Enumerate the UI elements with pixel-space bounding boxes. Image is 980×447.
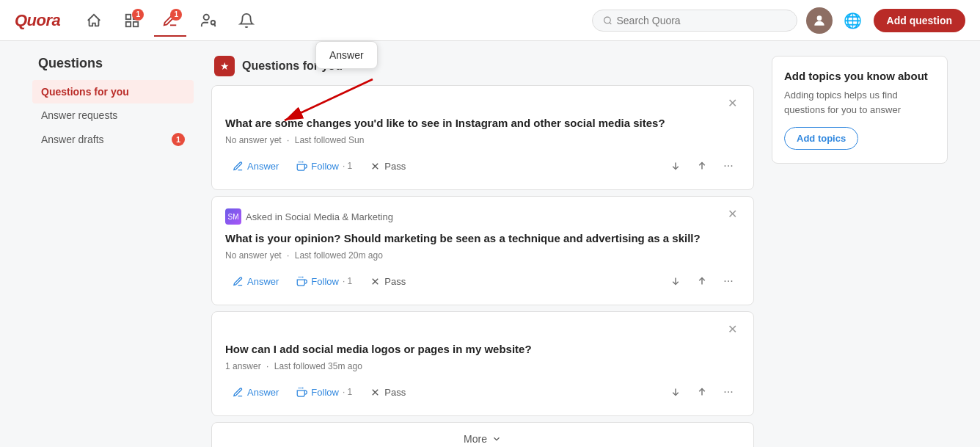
card-1-meta: No answer yet · Last followed Sun (225, 135, 740, 145)
card-1-follow-button[interactable]: Follow · 1 (289, 157, 359, 175)
question-card-2: SM Asked in Social Media & Marketing ✕ W… (211, 196, 754, 305)
feed-header: ★ Questions for you (211, 56, 754, 76)
svg-point-6 (604, 17, 610, 23)
notifications-nav-button[interactable] (230, 4, 263, 37)
sidebar-item-answer-requests[interactable]: Answer requests (32, 103, 194, 127)
card-1-pass-button[interactable]: Pass (362, 157, 413, 175)
add-topics-description: Adding topics helps us find questions fo… (784, 88, 935, 117)
card-2-close-button[interactable]: ✕ (725, 208, 740, 220)
question-card-3: ✕ How can I add social media logos or pa… (211, 311, 754, 416)
card-3-upvote-button[interactable] (690, 380, 714, 404)
follow-icon-3 (296, 387, 307, 398)
card-3-pass-button[interactable]: Pass (362, 383, 413, 401)
sidebar-item-answer-drafts[interactable]: Answer drafts 1 (32, 127, 194, 152)
spaces-nav-button[interactable] (192, 4, 224, 37)
answer-badge: 1 (170, 9, 182, 21)
follow-icon-2 (296, 276, 307, 287)
add-topics-button[interactable]: Add topics (784, 127, 858, 150)
answer-tooltip: Answer (315, 41, 378, 69)
card-2-tag: SM Asked in Social Media & Marketing (225, 208, 393, 225)
card-3-close-button[interactable]: ✕ (725, 324, 740, 335)
drafts-badge: 1 (172, 133, 185, 146)
card-3-header: ✕ (225, 324, 740, 335)
svg-point-7 (816, 15, 822, 21)
card-2-meta: No answer yet · Last followed 20m ago (225, 250, 740, 261)
header-right: 🌐 Add question (806, 7, 965, 34)
card-1-close-button[interactable]: ✕ (725, 98, 740, 109)
card-1-question-text[interactable]: What are some changes you'd like to see … (225, 115, 740, 131)
add-question-button[interactable]: Add question (874, 9, 965, 32)
question-card-1: ✕ What are some changes you'd like to se… (211, 85, 754, 190)
answer-icon-3 (233, 387, 244, 398)
sidebar-item-questions-for-you[interactable]: Questions for you (32, 80, 194, 103)
add-topics-card: Add topics you know about Adding topics … (772, 56, 948, 164)
card-2-follow-button[interactable]: Follow · 1 (289, 272, 359, 291)
card-3-follow-count: · 1 (343, 387, 352, 397)
card-1-follow-count: · 1 (343, 161, 352, 171)
card-1-more-button[interactable]: ··· (717, 154, 740, 178)
card-2-header: SM Asked in Social Media & Marketing ✕ (225, 208, 740, 225)
card-2-upvote-button[interactable] (690, 269, 714, 293)
card-2-more-button[interactable]: ··· (717, 269, 740, 293)
card-1-upvote-button[interactable] (690, 154, 714, 178)
card-2-actions: Answer Follow · 1 Pass (225, 269, 740, 293)
card-3-meta: 1 answer · Last followed 35m ago (225, 361, 740, 371)
answer-nav-button[interactable]: 1 (154, 4, 186, 37)
right-panel: Add topics you know about Adding topics … (772, 56, 948, 447)
card-1-header: ✕ (225, 98, 740, 109)
card-3-answer-button[interactable]: Answer (225, 383, 286, 401)
card-3-downvote-button[interactable] (664, 380, 687, 404)
svg-point-4 (204, 14, 209, 19)
card-2-pass-button[interactable]: Pass (362, 272, 413, 291)
card-3-more-button[interactable]: ··· (717, 380, 740, 404)
card-1-actions: Answer Follow · 1 Pass (225, 154, 740, 178)
nav-bar: 1 1 (78, 4, 582, 37)
header: Quora 1 1 🌐 Add question (0, 0, 980, 41)
card-2-follow-count: · 1 (343, 276, 352, 286)
svg-rect-2 (126, 21, 131, 26)
chevron-down-icon (491, 434, 502, 444)
card-1-downvote-button[interactable] (664, 154, 687, 178)
sidebar: Questions Questions for you Answer reque… (32, 56, 194, 447)
pass-icon-2 (370, 276, 381, 287)
main-layout: Questions Questions for you Answer reque… (21, 41, 959, 447)
card-3-actions: Answer Follow · 1 Pass (225, 380, 740, 404)
search-icon (603, 15, 612, 26)
feed-badge: 1 (132, 9, 144, 21)
home-nav-button[interactable] (78, 4, 110, 37)
add-topics-title: Add topics you know about (784, 70, 935, 82)
card-3-follow-button[interactable]: Follow · 1 (289, 383, 359, 401)
card-1-answer-button[interactable]: Answer (225, 157, 286, 175)
card-2-answer-button[interactable]: Answer (225, 272, 286, 291)
avatar[interactable] (806, 7, 833, 34)
pass-icon-3 (370, 387, 381, 398)
feed-star-icon: ★ (214, 56, 235, 76)
follow-icon (296, 161, 307, 172)
feed-nav-button[interactable]: 1 (116, 4, 148, 37)
card-2-question-text[interactable]: What is your opinion? Should marketing b… (225, 230, 740, 246)
card-3-question-text[interactable]: How can I add social media logos or page… (225, 341, 740, 357)
answer-icon-2 (233, 276, 244, 287)
search-bar[interactable] (592, 10, 797, 32)
svg-rect-0 (126, 14, 131, 18)
logo[interactable]: Quora (15, 11, 60, 30)
card-2-downvote-button[interactable] (664, 269, 687, 293)
sidebar-title: Questions (32, 56, 194, 71)
answer-icon (233, 161, 244, 172)
main-feed: ★ Questions for you ✕ What are some chan… (211, 56, 754, 447)
pass-icon (370, 161, 381, 172)
svg-rect-3 (134, 21, 138, 26)
language-button[interactable]: 🌐 (840, 7, 866, 34)
search-input[interactable] (617, 15, 786, 26)
more-row[interactable]: More (211, 422, 754, 447)
tag-icon: SM (225, 208, 241, 225)
